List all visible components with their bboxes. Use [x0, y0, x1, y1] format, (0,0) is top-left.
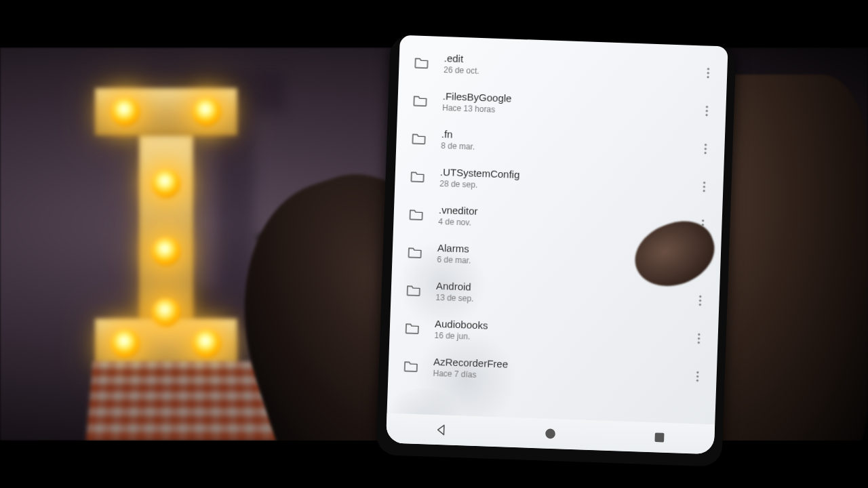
folder-icon [412, 94, 428, 107]
folder-text: Audiobooks16 de jun. [434, 318, 692, 350]
nav-recents-button[interactable] [652, 430, 667, 445]
folder-text: .FilesByGoogleHace 13 horas [442, 90, 701, 122]
svg-point-22 [698, 338, 700, 340]
folder-text: AzRecorderFreeHace 7 días [433, 356, 691, 388]
folder-icon [405, 322, 420, 335]
svg-point-9 [703, 182, 705, 184]
more-options-button[interactable] [690, 366, 705, 387]
bulb-icon [111, 329, 140, 358]
more-options-button[interactable] [698, 138, 713, 159]
folder-text: .UTSystemConfig28 de sep. [439, 166, 698, 198]
svg-point-8 [705, 152, 707, 154]
more-options-button[interactable] [692, 328, 706, 349]
svg-point-23 [698, 342, 700, 344]
folder-text: .fn8 de mar. [441, 128, 699, 160]
svg-point-26 [696, 380, 698, 382]
bulb-icon [111, 98, 140, 126]
folder-icon [408, 208, 424, 221]
folder-icon [414, 57, 429, 70]
folder-icon [407, 246, 422, 259]
svg-point-19 [699, 300, 701, 302]
svg-point-6 [705, 144, 707, 146]
svg-point-7 [705, 148, 707, 150]
svg-point-11 [703, 190, 705, 192]
svg-point-18 [699, 296, 701, 298]
more-options-button[interactable] [700, 100, 714, 121]
svg-point-2 [707, 76, 709, 78]
more-options-button[interactable] [701, 62, 715, 83]
folder-icon [406, 284, 422, 297]
more-options-button[interactable] [693, 290, 707, 311]
folder-icon [411, 132, 427, 145]
svg-point-5 [705, 114, 707, 116]
bulb-icon [193, 98, 221, 126]
folder-icon [410, 170, 425, 183]
bulb-icon [152, 169, 180, 198]
marquee-letter-i [95, 88, 237, 366]
svg-rect-29 [656, 433, 664, 441]
folder-icon [403, 360, 419, 373]
folder-text: .edit26 de oct. [443, 52, 702, 84]
bulb-icon [152, 298, 180, 327]
more-options-button[interactable] [697, 176, 711, 197]
nav-home-button[interactable] [542, 426, 558, 441]
svg-point-10 [703, 186, 705, 188]
svg-point-21 [698, 333, 700, 336]
svg-point-25 [696, 375, 698, 378]
nav-back-button[interactable] [433, 422, 449, 438]
svg-point-4 [706, 110, 708, 112]
svg-point-1 [707, 72, 709, 74]
bulb-icon [193, 329, 221, 358]
bulb-icon [152, 237, 180, 266]
svg-point-0 [707, 68, 709, 70]
svg-point-24 [696, 371, 698, 373]
svg-point-20 [699, 304, 701, 306]
svg-point-3 [706, 106, 708, 108]
svg-point-12 [702, 220, 704, 222]
